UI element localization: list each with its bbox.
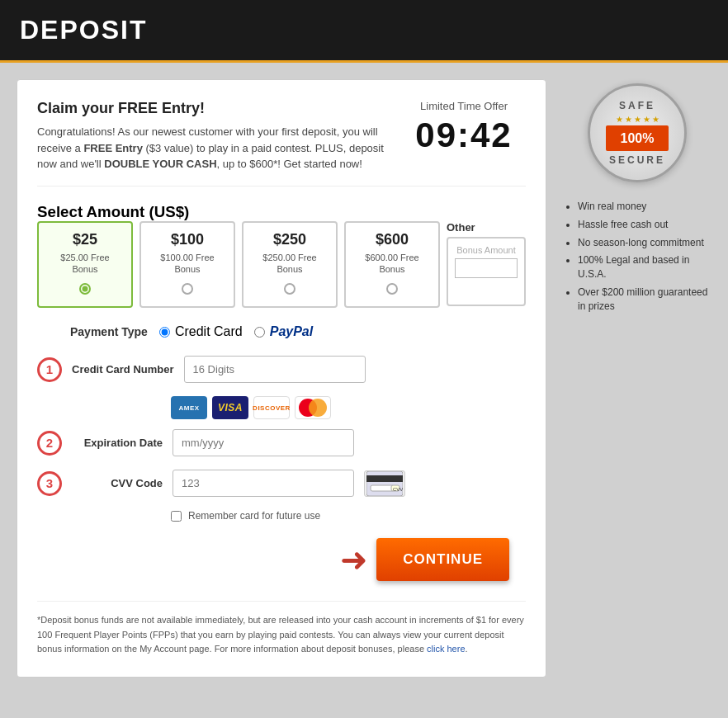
badge-bottom-text: SECURE — [609, 154, 665, 166]
remember-checkbox[interactable] — [171, 511, 182, 522]
star-4: ★ — [643, 115, 650, 124]
safe-secure-badge: SAFE ★ ★ ★ ★ ★ 100% SECURE — [584, 79, 691, 187]
star-2: ★ — [625, 115, 632, 124]
benefit-2: Hassle free cash out — [578, 218, 711, 232]
amount-value-100: $100 — [148, 231, 227, 248]
amount-option-other: Other Bonus Amount — [447, 221, 526, 309]
amount-options: $25 $25.00 FreeBonus $100 $100.00 FreeBo… — [37, 221, 526, 309]
cvv-row: 3 CVV Code CVV — [37, 470, 526, 497]
paypal-option[interactable]: PayPal — [254, 324, 313, 339]
page-title: DEPOSIT — [20, 15, 147, 45]
svg-rect-0 — [366, 471, 403, 496]
benefit-1: Win real money — [578, 200, 711, 214]
amount-option-100[interactable]: $100 $100.00 FreeBonus — [139, 221, 235, 309]
cvv-icon: CVV — [364, 470, 405, 497]
step-1-circle: 1 — [37, 357, 62, 382]
visa-logo: VISA — [212, 396, 248, 419]
amex-logo: AMEX — [171, 396, 207, 419]
mc-orange-circle — [309, 399, 327, 417]
expiry-label: Expiration Date — [72, 437, 163, 449]
remember-label[interactable]: Remember card for future use — [188, 510, 320, 522]
discover-logo: DISCOVER — [253, 396, 290, 419]
paypal-radio[interactable] — [254, 327, 265, 338]
claim-text: Claim your FREE Entry! Congratulations! … — [37, 100, 385, 172]
other-amount-input[interactable] — [455, 258, 518, 278]
credit-card-label: Credit Card — [175, 324, 243, 339]
star-5: ★ — [652, 115, 659, 124]
benefits-list: Win real money Hassle free cash out No s… — [563, 200, 711, 318]
radio-250 — [284, 283, 295, 295]
amount-heading: Select Amount (US$) — [37, 203, 526, 221]
amount-option-25[interactable]: $25 $25.00 FreeBonus — [37, 221, 133, 309]
remember-row: Remember card for future use — [171, 510, 526, 522]
cc-number-input[interactable] — [184, 356, 366, 383]
card-logos: AMEX VISA DISCOVER — [171, 396, 526, 419]
main-content: Claim your FREE Entry! Congratulations! … — [0, 63, 728, 694]
timer-display: 09:42 — [402, 116, 526, 155]
disclaimer: *Deposit bonus funds are not available i… — [37, 601, 526, 657]
credit-card-option[interactable]: Credit Card — [159, 324, 243, 339]
amount-value-600: $600 — [352, 231, 432, 248]
radio-25 — [79, 283, 91, 295]
benefit-3: No season-long commitment — [578, 236, 711, 250]
claim-description: Congratulations! As our newest customer … — [37, 124, 385, 172]
star-1: ★ — [616, 115, 623, 124]
disclaimer-period: . — [466, 644, 468, 654]
mastercard-logo — [295, 396, 331, 419]
paypal-label: PayPal — [270, 324, 313, 339]
claim-heading: Claim your FREE Entry! — [37, 100, 385, 117]
cc-number-field-wrap — [184, 356, 366, 383]
expiry-input[interactable] — [173, 429, 354, 456]
benefit-5: Over $200 million guaranteed in prizes — [578, 286, 711, 314]
right-panel: SAFE ★ ★ ★ ★ ★ 100% SECURE Win real mone… — [563, 79, 711, 678]
bonus-text-250: $250.00 FreeBonus — [250, 252, 329, 276]
radio-600 — [386, 283, 398, 295]
step-2-circle: 2 — [37, 431, 62, 456]
amount-option-250[interactable]: $250 $250.00 FreeBonus — [242, 221, 338, 309]
badge-ribbon-line1: 100% — [621, 130, 655, 146]
cvv-field-wrap — [173, 470, 354, 497]
cc-number-row: 1 Credit Card Number — [37, 356, 526, 383]
continue-button[interactable]: CONTINUE — [376, 538, 509, 581]
other-radio-dot — [455, 283, 518, 298]
badge-stars: ★ ★ ★ ★ ★ — [616, 115, 659, 124]
cc-number-label: Credit Card Number — [72, 363, 174, 376]
amount-value-250: $250 — [250, 231, 329, 248]
deposit-form-panel: Claim your FREE Entry! Congratulations! … — [17, 79, 546, 678]
radio-100 — [182, 283, 193, 295]
disclaimer-link[interactable]: click here — [427, 644, 465, 654]
badge-outer: SAFE ★ ★ ★ ★ ★ 100% SECURE — [588, 83, 687, 182]
offer-label: Limited Time Offer — [402, 100, 526, 112]
star-3: ★ — [634, 115, 641, 124]
amount-section: Select Amount (US$) $25 $25.00 FreeBonus… — [37, 203, 526, 657]
page-header: DEPOSIT — [0, 0, 728, 63]
badge-ribbon: 100% — [606, 125, 669, 151]
expiry-row: 2 Expiration Date — [37, 429, 526, 456]
cvv-label: CVV Code — [72, 477, 163, 489]
credit-card-radio[interactable] — [159, 327, 170, 338]
bonus-amount-label: Bonus Amount — [455, 245, 518, 255]
amount-option-600[interactable]: $600 $600.00 FreeBonus — [344, 221, 440, 309]
step-3-circle: 3 — [37, 471, 62, 496]
payment-type-row: Payment Type Credit Card PayPal — [37, 324, 526, 339]
svg-text:CVV: CVV — [393, 487, 403, 492]
arrow-icon: ➜ — [340, 543, 368, 576]
benefit-4: 100% Legal and based in U.S.A. — [578, 253, 711, 281]
bonus-text-100: $100.00 FreeBonus — [148, 252, 227, 276]
timer-section: Limited Time Offer 09:42 — [402, 100, 526, 155]
payment-type-label: Payment Type — [70, 325, 148, 338]
claim-section: Claim your FREE Entry! Congratulations! … — [37, 100, 526, 187]
svg-rect-1 — [366, 475, 403, 482]
cvv-input[interactable] — [173, 470, 354, 497]
bonus-text-600: $600.00 FreeBonus — [352, 252, 432, 276]
badge-top-text: SAFE — [619, 100, 655, 111]
amount-value-25: $25 — [45, 231, 125, 248]
svg-rect-2 — [371, 485, 394, 491]
other-box: Bonus Amount — [447, 237, 526, 306]
other-label: Other — [447, 221, 526, 234]
continue-row: ➜ CONTINUE — [37, 538, 526, 581]
bonus-text-25: $25.00 FreeBonus — [45, 252, 125, 276]
expiry-field-wrap — [173, 429, 354, 456]
